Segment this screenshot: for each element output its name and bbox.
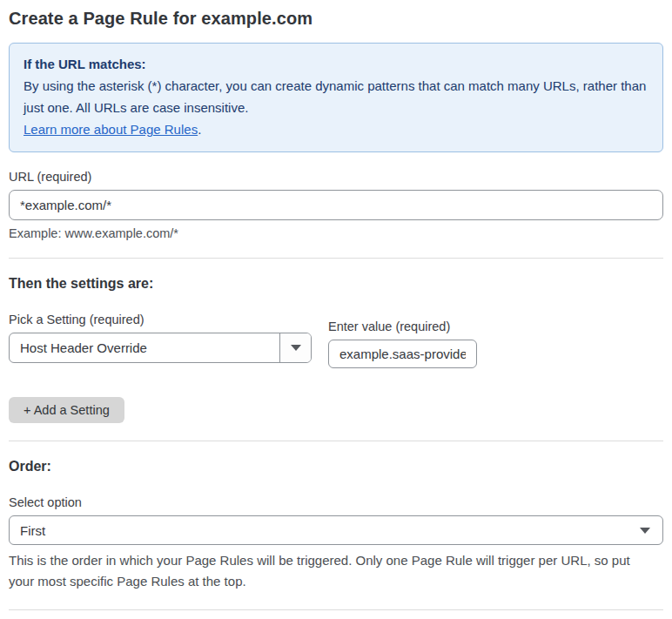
learn-more-link[interactable]: Learn more about Page Rules xyxy=(24,122,198,137)
add-setting-button[interactable]: + Add a Setting xyxy=(9,397,124,423)
settings-row: Pick a Setting (required) Host Header Ov… xyxy=(9,313,663,368)
chevron-down-icon xyxy=(291,345,301,351)
url-example-hint: Example: www.example.com/* xyxy=(9,226,663,240)
setting-value-label: Enter value (required) xyxy=(328,320,477,333)
page-rule-form: Create a Page Rule for example.com If th… xyxy=(0,0,672,619)
chevron-down-icon xyxy=(640,528,650,534)
link-suffix: . xyxy=(198,122,201,137)
setting-picker-label: Pick a Setting (required) xyxy=(9,313,312,326)
setting-dropdown[interactable]: Host Header Override xyxy=(9,333,312,363)
info-box-link-line: Learn more about Page Rules. xyxy=(24,118,648,140)
order-dropdown-value: First xyxy=(20,523,45,538)
order-dropdown[interactable]: First xyxy=(9,515,663,545)
page-title: Create a Page Rule for example.com xyxy=(9,9,663,29)
divider xyxy=(9,441,663,441)
setting-value-input[interactable] xyxy=(328,340,477,368)
order-help-text: This is the order in which your Page Rul… xyxy=(9,550,653,592)
url-field-label: URL (required) xyxy=(9,170,663,184)
divider xyxy=(9,609,663,610)
info-box-heading: If the URL matches: xyxy=(24,53,648,75)
setting-picker-column: Pick a Setting (required) Host Header Ov… xyxy=(9,313,312,363)
setting-dropdown-caret-button[interactable] xyxy=(279,333,311,362)
url-match-info-box: If the URL matches: By using the asteris… xyxy=(9,43,663,152)
setting-value-column: Enter value (required) xyxy=(328,320,477,368)
settings-section-heading: Then the settings are: xyxy=(9,276,663,292)
order-select-label: Select option xyxy=(9,495,663,509)
url-input[interactable] xyxy=(9,190,663,220)
info-box-body: By using the asterisk (*) character, you… xyxy=(24,75,648,118)
setting-dropdown-value: Host Header Override xyxy=(10,333,279,362)
divider xyxy=(9,258,663,259)
order-section-heading: Order: xyxy=(9,459,663,474)
